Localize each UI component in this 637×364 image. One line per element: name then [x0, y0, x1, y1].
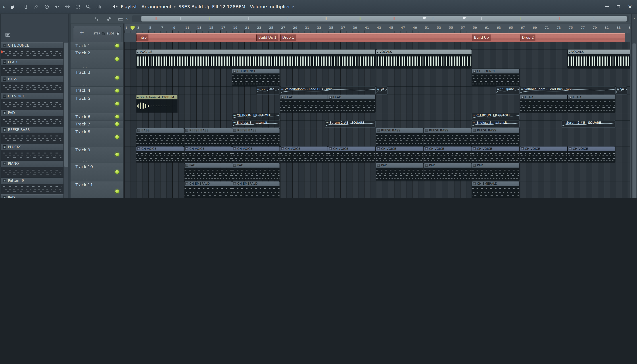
picker-item[interactable]: CH VOICE [1, 93, 64, 110]
pattern-clip[interactable]: CH EMERALD [232, 181, 280, 198]
timeline-selection[interactable] [136, 33, 625, 42]
automation-clip[interactable]: ∞Endless S..- Intensit [472, 120, 519, 128]
pattern-clip[interactable]: REESE BASS [232, 128, 280, 146]
pattern-clip[interactable]: LEAD [520, 95, 567, 112]
ruler-icon[interactable] [118, 16, 124, 22]
track-header[interactable]: Track 8··· [71, 128, 123, 147]
track-led[interactable] [115, 135, 119, 139]
automation-clip[interactable]: ∞Serum 2 #5 - SQUARE [325, 120, 375, 128]
picker-scrollbar-thumb[interactable] [64, 43, 68, 167]
slide-icon[interactable] [106, 16, 112, 22]
pattern-clip[interactable]: CH EMERALD [184, 181, 232, 198]
automation-clip[interactable]: ∞SS..lume [256, 87, 280, 94]
picker-item[interactable]: PIANO [1, 160, 64, 178]
horizontal-scrollbar-thumb[interactable] [141, 16, 627, 22]
pattern-clip[interactable]: BASS [136, 128, 184, 146]
pattern-clip[interactable]: CH EMERALD [472, 181, 519, 198]
picker-item[interactable]: PAD [1, 110, 64, 127]
picker-item[interactable]: PLUCKS [1, 144, 64, 161]
track-lane[interactable]: ∞CH BOUN..ER CUTOFF∞CH BOUN..ER CUTOFF [125, 113, 630, 120]
zoom-tool-icon[interactable] [85, 4, 91, 10]
pattern-clip[interactable]: CH VOICE [280, 146, 328, 162]
pattern-clip[interactable]: CH VOICE [376, 146, 423, 162]
audio-clip[interactable]: ▸▸VOCALS [568, 50, 630, 68]
pattern-clip[interactable]: CH VOICE [184, 146, 232, 162]
automation-clip[interactable]: ∞SS..lume [496, 87, 519, 94]
automation-clip[interactable]: ∞ValhallaRoom - Lead Bus - mix [280, 87, 375, 94]
track-lane[interactable]: BASSREESE BASSREESE BASSREESE BASSREESE … [125, 128, 630, 147]
picker-item[interactable]: CH BOUNCE [1, 42, 64, 59]
automation-clip[interactable]: ∞Va... [376, 87, 387, 94]
track-header[interactable]: Track 6 [71, 113, 123, 120]
track-led[interactable] [115, 122, 119, 126]
vertical-scrollbar[interactable]: › ∨ [631, 14, 637, 198]
timeline-ruler[interactable]: 1357911131517192123252729313335373941434… [125, 24, 630, 42]
pattern-clip[interactable]: LEAD [568, 95, 615, 112]
mute-tool-icon[interactable] [54, 4, 60, 10]
arrangement-marker[interactable]: Drop 2 [520, 34, 535, 41]
pattern-clip[interactable]: PAD [472, 163, 519, 181]
playback-tool-icon[interactable] [95, 4, 101, 10]
track-lane[interactable]: ▸▸VOCALS▸▸VOCALS▸▸VOCALS [125, 50, 630, 69]
pattern-clip[interactable]: CH VOICE [328, 146, 375, 162]
audio-clip[interactable]: ▸▸VOCALS [376, 50, 471, 68]
pattern-clip[interactable]: CH BOUNCE [472, 69, 519, 86]
stretch-tool-icon[interactable] [64, 4, 70, 10]
pattern-clip[interactable]: REESE BASS [472, 128, 519, 146]
track-lane[interactable] [125, 42, 630, 50]
track-lane[interactable]: ∞Endless S..- Intensit∞Serum 2 #5 - SQUA… [125, 120, 630, 128]
picker-item[interactable]: Pattern 9 [1, 178, 64, 194]
close-button[interactable]: × [627, 4, 633, 10]
scroll-right-arrow[interactable]: › [632, 16, 637, 20]
pattern-clip[interactable]: PAD [424, 163, 471, 181]
automation-clip[interactable]: ∞Va... [616, 87, 627, 94]
track-led[interactable] [115, 102, 119, 106]
pattern-clip[interactable]: LEAD [328, 95, 375, 112]
maximize-button[interactable] [615, 4, 621, 10]
track-lane[interactable]: ▸▸SSE4 Tona..# 120BPMLEADLEADLEADLEAD [125, 95, 630, 113]
slide-toggle[interactable] [116, 32, 119, 35]
pattern-clip[interactable]: CH VOICE [424, 146, 471, 162]
fl-studio-logo-icon[interactable] [9, 4, 15, 10]
minimize-button[interactable] [604, 4, 609, 10]
pattern-clip[interactable]: CH BOUNCE [232, 69, 280, 86]
track-header[interactable]: Track 5··· [71, 95, 123, 113]
arrangement-marker[interactable]: Intro [136, 34, 148, 41]
playlist-grid[interactable]: ▸▸VOCALS▸▸VOCALS▸▸VOCALSCH BOUNCECH BOUN… [125, 42, 630, 198]
pattern-clip[interactable]: CH VOICE [136, 146, 184, 162]
automation-clip[interactable]: ∞CH BOUN..ER CUTOFF [232, 113, 280, 120]
pattern-clip[interactable]: PAD [184, 163, 232, 181]
track-header[interactable]: Track 1 [71, 42, 123, 50]
pattern-clip[interactable]: PAD [232, 163, 280, 181]
select-tool-icon[interactable] [75, 4, 81, 10]
track-led[interactable] [115, 189, 119, 193]
picker-item[interactable]: REESE BASS [1, 127, 64, 144]
picker-item[interactable]: LEAD [1, 59, 64, 76]
track-led[interactable] [115, 152, 119, 156]
pattern-clip[interactable]: CH VOICE [520, 146, 567, 162]
automation-clip[interactable]: ∞Serum 2 #5 - SQUARE [562, 120, 615, 128]
pattern-clip[interactable]: CH VOICE [472, 146, 519, 162]
automation-clip[interactable]: ∞ValhallaRoom - Lead Bus - mix [520, 87, 615, 94]
track-header[interactable]: Track 10··· [71, 163, 123, 182]
track-header[interactable]: Track 4 [71, 87, 123, 95]
audio-clip[interactable]: ▸▸VOCALS [136, 50, 375, 68]
track-lane[interactable]: CH EMERALDCH EMERALDCH EMERALD [125, 181, 630, 198]
arrangement-marker[interactable]: Build Up [472, 34, 491, 41]
track-header[interactable]: Track 2··· [71, 50, 123, 69]
pattern-clip[interactable]: REESE BASS [184, 128, 232, 146]
track-led[interactable] [115, 170, 119, 174]
automation-clip[interactable]: ∞CH BOUN..ER CUTOFF [472, 113, 519, 120]
track-lane[interactable]: PADPADPADPADPAD [125, 163, 630, 182]
delete-tool-icon[interactable] [44, 4, 49, 10]
vertical-scrollbar-thumb[interactable] [632, 44, 636, 198]
picker-item[interactable]: BASS [1, 76, 64, 93]
arrangement-marker[interactable]: Build Up 1 [256, 34, 278, 41]
track-lane[interactable]: CH BOUNCECH BOUNCE [125, 69, 630, 87]
track-header[interactable]: Track 11··· [71, 181, 123, 198]
menu-arrow-icon[interactable]: ▸ [3, 4, 5, 8]
add-track-button[interactable]: + [80, 30, 84, 35]
horizontal-scrollbar[interactable] [132, 16, 628, 22]
pattern-clip[interactable]: CH VOICE [232, 146, 280, 162]
track-header[interactable]: Track 9··· [71, 146, 123, 163]
